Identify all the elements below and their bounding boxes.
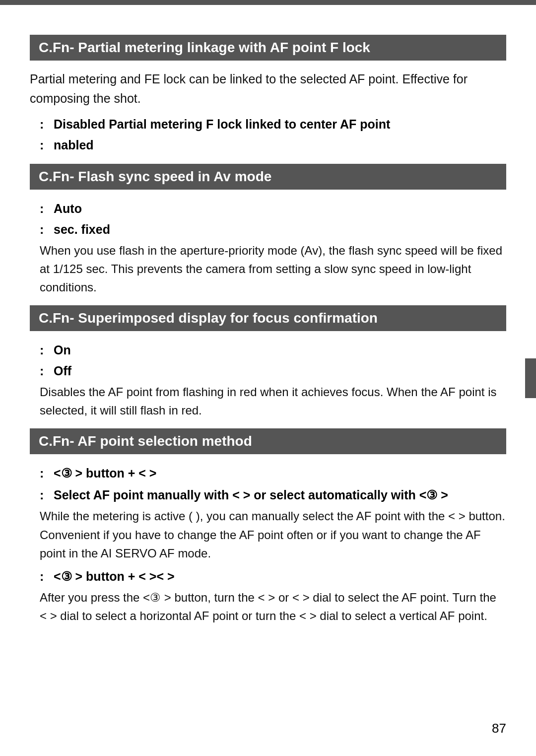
bullet-colon: : [40,199,54,218]
superimposed-items: : On : Off Disables the AF point from fl… [30,340,506,419]
flash-sync-items: : Auto : sec. fixed When you use flash i… [30,199,506,297]
list-item: : On [40,340,506,360]
superimposed-description: Disables the AF point from flashing in r… [40,383,506,419]
list-item: : sec. fixed [40,219,506,239]
section-af-point: C.Fn- AF point selection method : <③ > b… [30,428,506,625]
section-header-superimposed: C.Fn- Superimposed display for focus con… [30,305,506,331]
section-flash-sync: C.Fn- Flash sync speed in Av mode : Auto… [30,164,506,297]
top-bar [0,0,536,5]
section-header-partial-metering: C.Fn- Partial metering linkage with AF p… [30,35,506,61]
bullet-colon: : [40,463,54,483]
item-label: Disabled Partial metering F lock linked … [54,114,390,134]
page-number: 87 [492,721,506,736]
right-tab [525,358,536,398]
af-point-description-2: After you press the <③ > button, turn th… [40,588,506,625]
item-label: On [54,340,71,360]
bullet-colon: : [40,219,54,239]
bullet-colon: : [40,485,54,505]
bullet-colon: : [40,566,54,586]
bullet-colon: : [40,114,54,134]
section-header-af-point: C.Fn- AF point selection method [30,428,506,454]
item-label: Select AF point manually with < > or sel… [54,485,448,505]
bullet-colon: : [40,361,54,381]
item-label: <③ > button + < >< > [54,566,175,586]
item-label: <③ > button + < > [54,463,156,483]
list-item: : Select AF point manually with < > or s… [40,485,506,505]
bullet-colon: : [40,135,54,155]
item-label: Off [54,361,71,381]
bullet-colon: : [40,340,54,360]
af-point-items: : <③ > button + < > : Select AF point ma… [30,463,506,625]
list-item: : Disabled Partial metering F lock linke… [40,114,506,134]
af-point-description-1: While the metering is active ( ), you ca… [40,507,506,562]
item-label: Auto [54,199,82,218]
list-item: : <③ > button + < >< > [40,566,506,586]
item-label: nabled [54,135,94,155]
section-header-flash-sync: C.Fn- Flash sync speed in Av mode [30,164,506,190]
flash-sync-description: When you use flash in the aperture-prior… [40,241,506,297]
section-superimposed: C.Fn- Superimposed display for focus con… [30,305,506,419]
list-item: : Auto [40,199,506,218]
partial-metering-intro: Partial metering and FE lock can be link… [30,69,506,108]
section-partial-metering: C.Fn- Partial metering linkage with AF p… [30,35,506,155]
list-item: : Off [40,361,506,381]
list-item: : <③ > button + < > [40,463,506,483]
list-item: : nabled [40,135,506,155]
partial-metering-items: : Disabled Partial metering F lock linke… [30,114,506,155]
page-container: C.Fn- Partial metering linkage with AF p… [0,0,536,756]
item-label: sec. fixed [54,219,110,239]
